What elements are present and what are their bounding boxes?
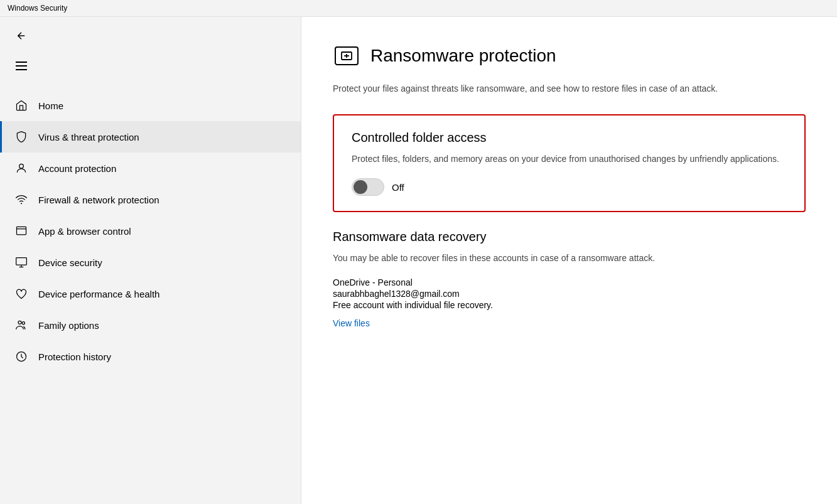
sidebar-item-devicehealth[interactable]: Device performance & health [0,278,301,309]
sidebar-item-virus[interactable]: Virus & threat protection [0,121,301,153]
wifi-icon [14,193,28,206]
sidebar-label-firewall: Firewall & network protection [38,195,159,205]
monitor-icon [14,255,28,269]
sidebar-item-devicesecurity[interactable]: Device security [0,247,301,278]
ransomware-icon [333,42,360,70]
shield-icon [14,130,28,144]
sidebar-label-family: Family options [38,320,99,331]
nav-list: Home Virus & threat protection [0,85,301,377]
heart-icon [14,287,28,301]
sidebar-item-account[interactable]: Account protection [0,153,301,184]
page-title: Ransomware protection [370,46,556,66]
sidebar-item-home[interactable]: Home [0,90,301,121]
toggle-thumb [354,180,367,194]
card-title: Controlled folder access [352,131,787,145]
page-header: Ransomware protection [333,42,806,70]
back-button[interactable] [10,24,33,47]
people-icon [14,318,28,332]
sidebar-label-account: Account protection [38,163,116,174]
title-bar: Windows Security [0,0,837,17]
toggle-label: Off [392,182,404,193]
card-description: Protect files, folders, and memory areas… [352,153,787,166]
svg-rect-2 [17,227,26,235]
onedrive-plan: Free account with individual file recove… [333,300,806,310]
svg-rect-4 [16,258,27,265]
sidebar-label-virus: Virus & threat protection [38,132,139,142]
home-icon [14,99,28,112]
sidebar-item-firewall[interactable]: Firewall & network protection [0,184,301,215]
sidebar-label-home: Home [38,100,63,111]
app-container: Home Virus & threat protection [0,17,837,504]
onedrive-email: saurabhbaghel1328@gmail.com [333,289,806,299]
recovery-section-description: You may be able to recover files in thes… [333,252,772,265]
controlled-folder-access-card: Controlled folder access Protect files, … [333,114,806,212]
onedrive-title: OneDrive - Personal [333,277,806,287]
sidebar-label-history: Protection history [38,351,111,362]
hamburger-menu[interactable] [10,55,33,77]
svg-point-0 [19,164,24,168]
sidebar-item-history[interactable]: Protection history [0,341,301,372]
toggle-row: Off [352,178,787,196]
sidebar-item-appbrowser[interactable]: App & browser control [0,215,301,247]
ransomware-recovery-section: Ransomware data recovery You may be able… [333,230,806,329]
svg-point-8 [22,322,24,324]
recovery-section-title: Ransomware data recovery [333,230,806,244]
sidebar-label-devicesecurity: Device security [38,257,102,268]
window-icon [14,224,28,238]
clock-icon [14,350,28,363]
folder-access-toggle[interactable] [352,178,384,196]
person-icon [14,161,28,175]
page-description: Protect your files against threats like … [333,82,804,95]
sidebar-top [0,17,301,85]
sidebar-item-family[interactable]: Family options [0,309,301,341]
svg-point-1 [21,203,22,204]
sidebar: Home Virus & threat protection [0,17,301,504]
onedrive-info: OneDrive - Personal saurabhbaghel1328@gm… [333,277,806,329]
main-content: Ransomware protection Protect your files… [301,17,837,504]
sidebar-label-devicehealth: Device performance & health [38,289,159,299]
svg-point-7 [18,321,21,324]
view-files-link[interactable]: View files [333,318,370,328]
app-title: Windows Security [8,4,67,13]
sidebar-label-appbrowser: App & browser control [38,226,131,237]
